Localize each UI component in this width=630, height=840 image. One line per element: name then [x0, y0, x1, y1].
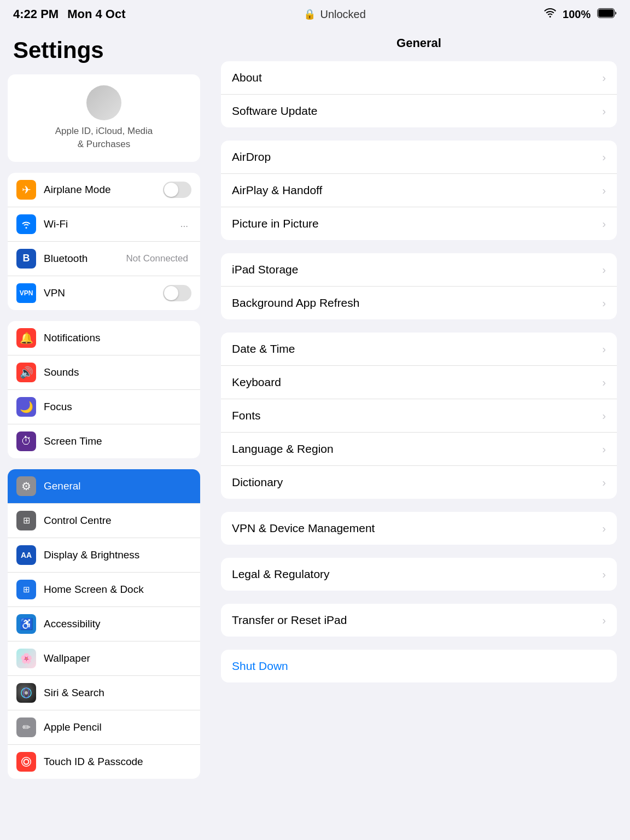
settings-group-4: Date & Time › Keyboard › Fonts › Languag… — [221, 332, 617, 499]
siri-icon — [16, 683, 36, 703]
display-label: Display & Brightness — [44, 549, 191, 561]
background-refresh-label: Background App Refresh — [232, 296, 602, 310]
sidebar-item-bluetooth[interactable]: B Bluetooth Not Connected — [8, 242, 200, 276]
general-label: General — [44, 480, 191, 492]
settings-row-vpn-management[interactable]: VPN & Device Management › — [221, 512, 617, 545]
transfer-reset-label: Transfer or Reset iPad — [232, 614, 602, 627]
wifi-settings-icon — [16, 214, 36, 234]
sidebar-item-airplane-mode[interactable]: ✈ Airplane Mode — [8, 173, 200, 207]
sidebar-item-sounds[interactable]: 🔊 Sounds — [8, 355, 200, 390]
ipad-storage-chevron: › — [602, 264, 606, 276]
sidebar: Settings Apple ID, iCloud, Media& Purcha… — [0, 28, 208, 840]
settings-row-airplay[interactable]: AirPlay & Handoff › — [221, 174, 617, 207]
settings-row-about[interactable]: About › — [221, 61, 617, 95]
settings-row-ipad-storage[interactable]: iPad Storage › — [221, 253, 617, 287]
wifi-icon — [544, 8, 556, 21]
settings-group-1: About › Software Update › — [221, 61, 617, 127]
airdrop-chevron: › — [602, 151, 606, 164]
sidebar-item-control-centre[interactable]: ⊞ Control Centre — [8, 504, 200, 538]
screen-time-label: Screen Time — [44, 435, 191, 447]
sidebar-item-notifications[interactable]: 🔔 Notifications — [8, 321, 200, 355]
settings-group-2: AirDrop › AirPlay & Handoff › Picture in… — [221, 141, 617, 240]
dictionary-chevron: › — [602, 476, 606, 489]
vpn-toggle[interactable] — [163, 285, 191, 301]
settings-row-legal[interactable]: Legal & Regulatory › — [221, 558, 617, 591]
sidebar-item-siri-search[interactable]: Siri & Search — [8, 676, 200, 710]
general-section: ⚙ General ⊞ Control Centre AA Display & … — [8, 469, 200, 779]
legal-label: Legal & Regulatory — [232, 568, 602, 581]
vpn-management-label: VPN & Device Management — [232, 522, 602, 535]
home-screen-icon: ⊞ — [16, 580, 36, 599]
wifi-label: Wi-Fi — [44, 218, 180, 230]
sounds-icon: 🔊 — [16, 363, 36, 382]
accessibility-icon: ♿ — [16, 614, 36, 634]
focus-icon: 🌙 — [16, 397, 36, 417]
settings-row-dictionary[interactable]: Dictionary › — [221, 466, 617, 499]
status-left: 4:22 PM Mon 4 Oct — [13, 7, 126, 21]
pip-label: Picture in Picture — [232, 217, 602, 230]
airplane-mode-label: Airplane Mode — [44, 184, 163, 196]
main-layout: Settings Apple ID, iCloud, Media& Purcha… — [0, 28, 630, 840]
airdrop-label: AirDrop — [232, 150, 602, 164]
settings-row-pip[interactable]: Picture in Picture › — [221, 207, 617, 240]
sidebar-item-wifi[interactable]: Wi-Fi ... — [8, 207, 200, 242]
sidebar-item-touch-id[interactable]: Touch ID & Passcode — [8, 745, 200, 779]
right-panel: General About › Software Update › AirDro… — [208, 28, 630, 840]
settings-group-7: Transfer or Reset iPad › — [221, 604, 617, 637]
connectivity-section: ✈ Airplane Mode Wi-Fi ... — [8, 173, 200, 310]
settings-row-software-update[interactable]: Software Update › — [221, 95, 617, 127]
touch-id-icon — [16, 752, 36, 772]
apple-id-card[interactable]: Apple ID, iCloud, Media& Purchases — [8, 74, 200, 162]
settings-group-8: Shut Down — [221, 650, 617, 682]
vpn-toggle-knob — [164, 286, 178, 300]
date-time-chevron: › — [602, 343, 606, 355]
airplane-mode-toggle[interactable] — [163, 182, 191, 198]
battery-icon — [597, 8, 617, 21]
settings-row-date-time[interactable]: Date & Time › — [221, 332, 617, 366]
about-chevron: › — [602, 72, 606, 84]
settings-row-background-refresh[interactable]: Background App Refresh › — [221, 287, 617, 319]
settings-row-shut-down[interactable]: Shut Down — [221, 650, 617, 682]
language-label: Language & Region — [232, 442, 602, 456]
settings-row-fonts[interactable]: Fonts › — [221, 399, 617, 433]
software-update-chevron: › — [602, 105, 606, 118]
sidebar-item-display[interactable]: AA Display & Brightness — [8, 538, 200, 573]
sidebar-item-focus[interactable]: 🌙 Focus — [8, 390, 200, 424]
notifications-label: Notifications — [44, 332, 191, 344]
settings-row-transfer-reset[interactable]: Transfer or Reset iPad › — [221, 604, 617, 637]
notifications-section: 🔔 Notifications 🔊 Sounds 🌙 Focus ⏱ Scree… — [8, 321, 200, 458]
airplane-mode-toggle-knob — [164, 183, 178, 197]
settings-group-3: iPad Storage › Background App Refresh › — [221, 253, 617, 319]
sidebar-item-wallpaper[interactable]: 🌸 Wallpaper — [8, 641, 200, 676]
wallpaper-label: Wallpaper — [44, 652, 191, 664]
sidebar-item-accessibility[interactable]: ♿ Accessibility — [8, 607, 200, 641]
legal-chevron: › — [602, 568, 606, 581]
fonts-label: Fonts — [232, 409, 602, 422]
sidebar-item-general[interactable]: ⚙ General — [8, 469, 200, 504]
sidebar-item-screen-time[interactable]: ⏱ Screen Time — [8, 424, 200, 458]
status-bar: 4:22 PM Mon 4 Oct 🔒 Unlocked 100% — [0, 0, 630, 28]
ipad-storage-label: iPad Storage — [232, 263, 602, 276]
sidebar-item-home-screen[interactable]: ⊞ Home Screen & Dock — [8, 573, 200, 607]
lock-icon: 🔒 — [304, 8, 316, 20]
about-label: About — [232, 71, 602, 84]
settings-row-keyboard[interactable]: Keyboard › — [221, 366, 617, 399]
software-update-label: Software Update — [232, 104, 602, 118]
settings-row-language[interactable]: Language & Region › — [221, 433, 617, 466]
status-right: 100% — [544, 8, 617, 21]
right-panel-title: General — [208, 28, 630, 61]
sidebar-item-vpn[interactable]: VPN VPN — [8, 276, 200, 310]
battery-label: 100% — [563, 8, 591, 21]
wifi-value: ... — [180, 219, 188, 230]
keyboard-chevron: › — [602, 376, 606, 389]
sidebar-item-apple-pencil[interactable]: ✏ Apple Pencil — [8, 710, 200, 745]
airplane-mode-icon: ✈ — [16, 180, 36, 200]
status-time: 4:22 PM — [13, 7, 59, 21]
background-refresh-chevron: › — [602, 297, 606, 310]
general-icon: ⚙ — [16, 476, 36, 496]
sounds-label: Sounds — [44, 366, 191, 378]
wallpaper-icon: 🌸 — [16, 649, 36, 668]
settings-row-airdrop[interactable]: AirDrop › — [221, 141, 617, 174]
notifications-icon: 🔔 — [16, 328, 36, 348]
svg-point-5 — [25, 691, 28, 695]
